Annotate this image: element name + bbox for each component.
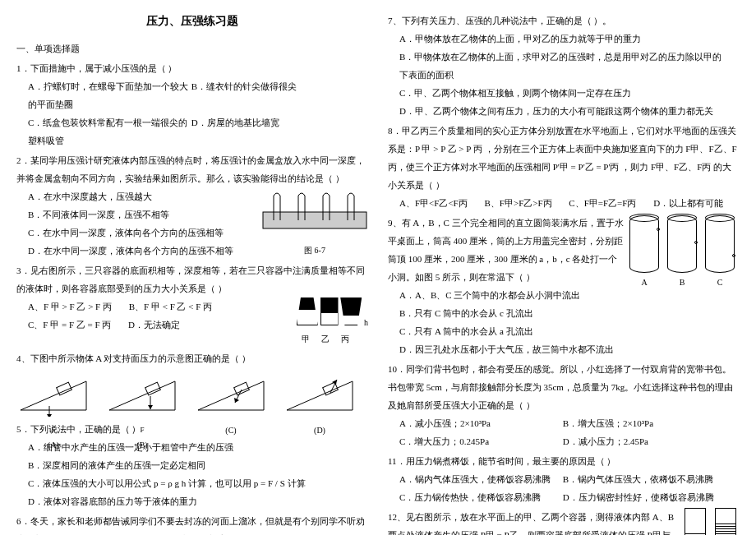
q3-stem: 3．见右图所示，三只容器的底面积相等，深度相等，若在三只容器中注满质量相等不同的… [16, 261, 368, 297]
q5-opt-b: B．深度相同的液体产生的压强一定必定相同 [28, 456, 353, 474]
q3-opt-a: A、F 甲 > F 乙 > F 丙 [28, 297, 112, 316]
q9-opt-c: C．只有 A 筒中的水会从 a 孔流出 [399, 322, 725, 340]
q10-opt-b: B．增大压强；2×10³Pa [563, 414, 726, 432]
q8-stem: 8．甲乙丙三个质量相同的实心正方体分别放置在水平地面上，它们对水平地面的压强关系… [388, 122, 740, 194]
q1-stem: 1．下面措施中，属于减小压强的是（ ） [16, 59, 368, 77]
svg-marker-1 [21, 381, 86, 410]
q7-opt-a: A．甲物体放在乙物体的上面，甲对乙的压力就等于甲的重力 [399, 30, 725, 48]
q11-opt-b: B．锅内气体压强大，依稀饭不易沸腾 [563, 470, 726, 488]
q9-label-B: B [667, 274, 697, 291]
q10-opt-d: D．减小压力；2.45Pa [563, 432, 726, 450]
q4-label-c: (C) [194, 422, 268, 439]
svg-marker-13 [287, 381, 353, 410]
q2-opt-c: C．在水中同一深度，液体向各个方向的压强相等 [28, 224, 247, 242]
q11-opt-a: A．锅内气体压强大，使稀饭容易沸腾 [399, 470, 563, 488]
q11-opt-d: D．压力锅密封性好，使稀饭容易沸腾 [563, 488, 726, 506]
q10-opt-c: C．增大压力；0.245Pa [399, 432, 563, 450]
q1-opt-a: A．拧螺钉时，在螺母下面垫加一个较大的平面垫圈 [28, 77, 191, 113]
q3-h-label: h [364, 318, 368, 327]
svg-marker-9 [198, 381, 264, 410]
q1-opt-c: C．纸盒包装饮料常配有一根一端很尖的塑料吸管 [28, 113, 191, 150]
section-heading: 一、单项选择题 [16, 39, 368, 58]
q2-opt-d: D．在水中同一深度，液体向各个方向的压强不相等 [28, 242, 247, 260]
q3-label-jia: 甲 [302, 331, 310, 348]
q12-figure: 甲 乙 [681, 508, 740, 535]
q8-opt-b: B、F甲>F乙>F丙 [484, 194, 551, 212]
q4-label-b: (B) [105, 437, 179, 454]
q7: 7、下列有关压力、压强的几种说法中，正确的是（ ）。 A．甲物体放在乙物体的上面… [388, 12, 740, 120]
q3-opt-b: B、F 甲 < F 乙 < F 丙 [129, 297, 212, 316]
q1-opt-d: D．房屋的地基比墙宽 [191, 113, 355, 150]
q2-fig-label: 图 6-7 [261, 242, 368, 259]
q7-opt-b: B．甲物体放在乙物体的上面，求甲对乙的压强时，总是用甲对乙的压力除以甲的下表面的… [399, 48, 725, 84]
q9: A B C 9、有 A，B，C 三个完全相同的直立圆筒装满水后，置于水平桌面上，… [388, 214, 740, 358]
q1-opt-b: B．缝衣针的针尖做得很尖 [191, 77, 355, 113]
q4-figure: F (A) F (B) (C) (D) [16, 371, 368, 417]
q9-opt-b: B．只有 C 筒中的水会从 c 孔流出 [399, 304, 725, 322]
q12: 甲 乙 12、见右图所示，放在水平面上的甲、乙两个容器，测得液体内部 A、B 两… [388, 508, 740, 535]
q8-opt-c: C、F甲=F乙=F丙 [569, 194, 636, 212]
svg-marker-8 [148, 405, 153, 409]
q11: 11．用压力锅煮稀饭，能节省时间，最主要的原因是（ ） A．锅内气体压强大，使稀… [388, 452, 740, 506]
q2-figure: 图 6-7 [261, 187, 368, 260]
q5-opt-d: D．液体对容器底部的压力等于液体的重力 [28, 492, 353, 510]
q7-opt-d: D．甲、乙两个物体之间有压力，压力的大小有可能跟这两个物体的重力都无关 [399, 102, 725, 120]
q2-opt-a: A．在水中深度越大，压强越大 [28, 187, 247, 205]
q6: 6．冬天，家长和老师都告诫同学们不要去封冻的河面上溜冰，但就是有个别同学不听劝告… [16, 512, 368, 535]
q9-opt-d: D．因三孔处水压都小于大气压，故三筒中水都不流出 [399, 340, 725, 358]
q6-stem: 6．冬天，家长和老师都告诫同学们不要去封冻的河面上溜冰，但就是有个别同学不听劝告… [16, 512, 368, 535]
q4-f-a: F [16, 422, 90, 437]
q8-opt-a: A、F甲<F乙<F丙 [399, 194, 468, 212]
q3-opt-c: C、F 甲 = F 乙 = F 丙 [28, 316, 111, 334]
q3-figure: h 甲 乙 丙 [297, 297, 368, 348]
q3-label-bing: 丙 [341, 331, 349, 348]
q11-opt-c: C．压力锅传热快，使稀饭容易沸腾 [399, 488, 563, 506]
q9-figure: A B C [629, 215, 735, 291]
svg-marker-5 [109, 381, 175, 410]
q7-stem: 7、下列有关压力、压强的几种说法中，正确的是（ ）。 [388, 12, 740, 30]
q9-label-C: C [705, 274, 735, 291]
q4-label-d: (D) [283, 422, 357, 439]
q10: 10．同学们背书包时，都会有受压的感觉。所以，小红选择了一付双肩背的宽带书包。书… [388, 360, 740, 450]
q4-stem: 4、下图中所示物体 A 对支持面压力的示意图正确的是（ ） [16, 349, 368, 367]
q10-stem: 10．同学们背书包时，都会有受压的感觉。所以，小红选择了一付双肩背的宽带书包。书… [388, 360, 740, 414]
q5-opt-c: C．液体压强的大小可以用公式 p = ρ g h 计算，也可以用 p = F /… [28, 474, 353, 492]
q11-stem: 11．用压力锅煮稀饭，能节省时间，最主要的原因是（ ） [388, 452, 740, 470]
q9-label-A: A [629, 274, 659, 291]
svg-marker-4 [47, 414, 52, 417]
q4: 4、下图中所示物体 A 对支持面压力的示意图正确的是（ ） F (A) F (B… [16, 349, 368, 417]
q3-opt-d: D．无法确定 [128, 316, 180, 334]
svg-rect-0 [263, 212, 366, 228]
q2: 2．某同学用压强计研究液体内部压强的特点时，将压强计的金属盒放入水中同一深度，并… [16, 151, 368, 260]
q10-opt-a: A．减小压强；2×10³Pa [399, 414, 563, 432]
q8-opt-d: D．以上都有可能 [653, 194, 723, 212]
page-title: 压力、压强练习题 [16, 10, 368, 33]
q4-f-b: F [105, 422, 179, 437]
q3: 3．见右图所示，三只容器的底面积相等，深度相等，若在三只容器中注满质量相等不同的… [16, 261, 368, 348]
q1: 1．下面措施中，属于减小压强的是（ ） A．拧螺钉时，在螺母下面垫加一个较大的平… [16, 59, 368, 150]
q2-opt-b: B．不同液体同一深度，压强不相等 [28, 205, 247, 224]
q8: 8．甲乙丙三个质量相同的实心正方体分别放置在水平地面上，它们对水平地面的压强关系… [388, 122, 740, 212]
q3-label-yi: 乙 [321, 331, 330, 348]
q7-opt-c: C．甲、乙两个物体相互接触，则两个物体间一定存在压力 [399, 84, 725, 102]
q2-stem: 2．某同学用压强计研究液体内部压强的特点时，将压强计的金属盒放入水中同一深度，并… [16, 151, 368, 187]
q4-label-a: (A) [16, 437, 90, 454]
